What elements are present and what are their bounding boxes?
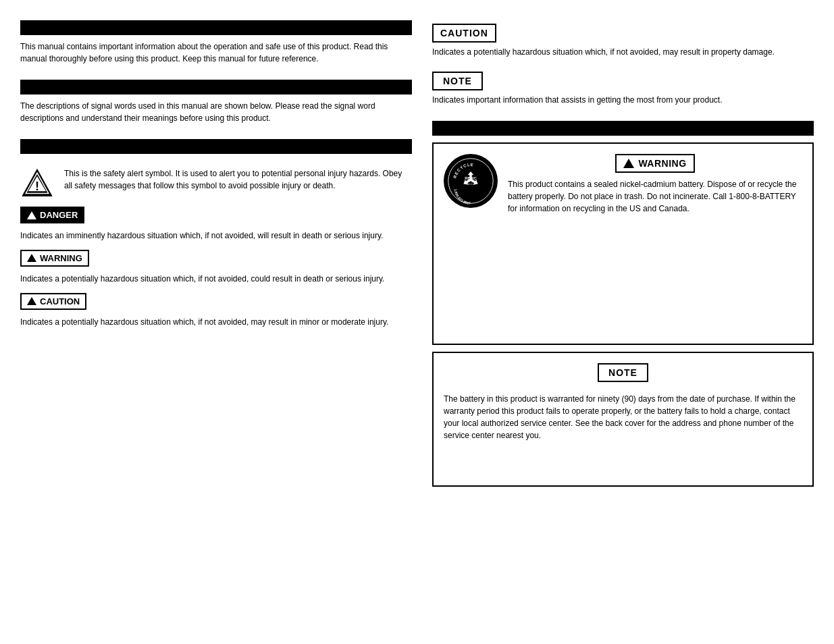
note-box: NOTE The battery in this product is warr…	[432, 352, 814, 487]
svg-text:RBRC: RBRC	[465, 176, 477, 180]
warning-box-text: This product contains a sealed nickel-ca…	[508, 178, 802, 215]
caution-description-left: Indicates a potentially hazardous situat…	[20, 317, 412, 328]
note-right-area: NOTE Indicates important information tha…	[432, 72, 814, 114]
note-box-text: The battery in this product is warranted…	[444, 393, 802, 441]
warning-triangle-icon	[27, 254, 36, 262]
caution-label-right: CAUTION	[440, 28, 488, 38]
caution-badge-left-container: CAUTION	[20, 293, 412, 310]
warning-section-header	[432, 121, 814, 136]
note-box-label: NOTE	[608, 367, 637, 378]
warning-badge-box: WARNING	[615, 154, 694, 173]
warning-box-left: RECYCLE RBRC Ni-Cd	[444, 154, 498, 208]
safety-alert-text: This is the safety alert symbol. It is u…	[64, 167, 412, 192]
recycle-logo: RECYCLE RBRC Ni-Cd	[444, 154, 498, 208]
svg-text:Ni-Cd: Ni-Cd	[467, 182, 475, 186]
safety-alert-icon: !	[20, 167, 54, 200]
section1-text: This manual contains important informati…	[20, 41, 412, 65]
right-column: CAUTION Indicates a potentially hazardou…	[432, 20, 814, 624]
note-label-right: NOTE	[443, 76, 472, 86]
section3-header	[20, 139, 412, 154]
note-right-desc: Indicates important information that ass…	[432, 95, 814, 106]
caution-right-area: CAUTION Indicates a potentially hazardou…	[432, 24, 814, 66]
section1-header	[20, 20, 412, 35]
svg-text:!: !	[35, 180, 39, 193]
caution-triangle-icon-left	[27, 297, 36, 305]
warning-box-triangle-icon	[623, 159, 634, 168]
caution-label-left: CAUTION	[40, 296, 80, 306]
warning-description: Indicates a potentially hazardous situat…	[20, 273, 412, 285]
caution-badge-left: CAUTION	[20, 293, 86, 310]
section2-text: The descriptions of signal words used in…	[20, 100, 412, 124]
warning-box-content: WARNING This product contains a sealed n…	[508, 154, 802, 215]
danger-badge-container: DANGER	[20, 207, 412, 223]
warning-box: RECYCLE RBRC Ni-Cd	[432, 142, 814, 345]
warning-badge: WARNING	[20, 250, 89, 267]
warning-label: WARNING	[40, 253, 82, 263]
warning-badge-container: WARNING	[20, 250, 412, 267]
left-column: This manual contains important informati…	[20, 20, 412, 624]
warning-box-label: WARNING	[638, 158, 686, 169]
note-badge-right: NOTE	[432, 72, 483, 90]
caution-right-desc: Indicates a potentially hazardous situat…	[432, 47, 814, 58]
danger-label: DANGER	[40, 210, 78, 220]
note-box-badge: NOTE	[598, 363, 648, 382]
right-top-badges: CAUTION Indicates a potentially hazardou…	[432, 20, 814, 114]
danger-triangle-icon	[27, 211, 36, 219]
warning-box-badge-header: WARNING	[508, 154, 802, 173]
caution-badge-right: CAUTION	[432, 24, 496, 43]
note-box-header: NOTE	[444, 363, 802, 386]
danger-description: Indicates an imminently hazardous situat…	[20, 230, 412, 242]
section2-header	[20, 80, 412, 95]
safety-alert-area: ! This is the safety alert symbol. It is…	[20, 167, 412, 200]
danger-badge: DANGER	[20, 207, 84, 223]
